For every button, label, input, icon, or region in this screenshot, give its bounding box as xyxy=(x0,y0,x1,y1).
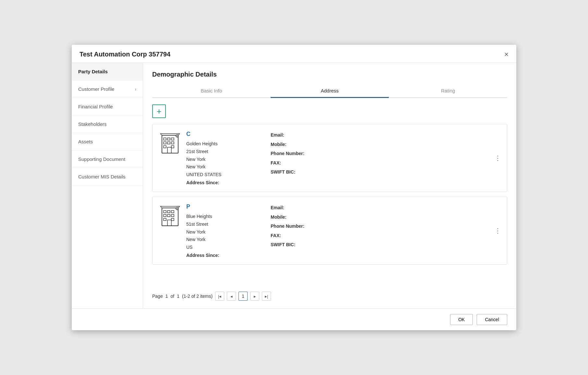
card-address-line4-0: New York xyxy=(186,163,251,171)
sidebar-label-stakeholders: Stakeholders xyxy=(78,121,107,127)
card-address-line1-1: Blue Heights xyxy=(186,213,251,221)
email-label-0: Email: xyxy=(271,132,284,138)
items-info: (1-2 of 2 items) xyxy=(182,294,213,299)
sidebar-label-customer-mis-details: Customer MIS Details xyxy=(78,174,126,179)
kebab-menu-button-0[interactable]: ⋮ xyxy=(495,155,502,161)
fax-row-0: FAX: xyxy=(271,159,304,167)
phone-label-1: Phone Number: xyxy=(271,224,304,229)
card-address-line4-1: New York xyxy=(186,236,251,244)
card-left-1: P Blue Heights 51st Street New York New … xyxy=(186,203,251,258)
modal-title: Test Automation Corp 357794 xyxy=(80,51,170,58)
page-number: 1 xyxy=(165,294,168,299)
swift-row-1: SWIFT BIC: xyxy=(271,240,304,249)
kebab-menu-button-1[interactable]: ⋮ xyxy=(495,227,502,234)
address-since-0: Address Since: xyxy=(186,180,251,185)
section-title: Demographic Details xyxy=(152,71,507,78)
card-content-1: P Blue Heights 51st Street New York New … xyxy=(186,203,499,258)
swift-label-1: SWIFT BIC: xyxy=(271,242,295,247)
building-icon xyxy=(160,132,180,156)
sidebar-label-supporting-document: Supporting Document xyxy=(78,156,125,162)
of-label: of xyxy=(171,294,175,299)
last-page-button[interactable]: ▸| xyxy=(262,292,271,301)
address-card-0: C Golden Heights 21st Street New York Ne… xyxy=(152,124,507,192)
sidebar-item-assets[interactable]: Assets xyxy=(72,133,143,151)
sidebar-item-customer-profile[interactable]: Customer Profile › xyxy=(72,80,143,98)
sidebar-label-assets: Assets xyxy=(78,139,93,144)
phone-row-1: Phone Number: xyxy=(271,222,304,231)
address-since-label-1: Address Since: xyxy=(186,253,219,258)
first-page-button[interactable]: |◂ xyxy=(215,292,224,301)
card-right-1: Email: Mobile: Phone Number: FAX: xyxy=(271,203,304,258)
card-type-0: C xyxy=(186,131,251,138)
content-area: Demographic Details Basic Info Address R… xyxy=(143,63,516,308)
modal-header: Test Automation Corp 357794 × xyxy=(72,45,516,63)
phone-label-0: Phone Number: xyxy=(271,151,304,156)
cancel-button[interactable]: Cancel xyxy=(477,314,507,325)
card-address-line2-1: 51st Street xyxy=(186,221,251,228)
modal-footer: OK Cancel xyxy=(72,308,516,330)
address-card-1: P Blue Heights 51st Street New York New … xyxy=(152,197,507,265)
tab-rating[interactable]: Rating xyxy=(389,84,507,97)
card-address-line1-0: Golden Heights xyxy=(186,140,251,148)
email-label-1: Email: xyxy=(271,205,284,210)
mobile-label-1: Mobile: xyxy=(271,214,287,220)
current-page-indicator: 1 xyxy=(239,292,248,301)
swift-row-0: SWIFT BIC: xyxy=(271,168,304,176)
tabs-container: Basic Info Address Rating xyxy=(152,84,507,98)
total-pages: 1 xyxy=(177,294,179,299)
swift-label-0: SWIFT BIC: xyxy=(271,169,295,175)
fax-label-0: FAX: xyxy=(271,160,281,165)
card-right-0: Email: Mobile: Phone Number: FAX: xyxy=(271,131,304,185)
chevron-right-icon: › xyxy=(135,87,136,92)
sidebar-item-customer-mis-details[interactable]: Customer MIS Details xyxy=(72,168,143,186)
email-row-0: Email: xyxy=(271,131,304,139)
sidebar-label-customer-profile: Customer Profile xyxy=(78,86,115,92)
mobile-row-1: Mobile: xyxy=(271,213,304,222)
card-country-0: UNITED STATES xyxy=(186,171,251,179)
card-type-1: P xyxy=(186,203,251,210)
add-address-button[interactable]: + xyxy=(152,104,166,118)
sidebar-item-supporting-document[interactable]: Supporting Document xyxy=(72,151,143,168)
card-country-1: US xyxy=(186,244,251,251)
card-address-line2-0: 21st Street xyxy=(186,148,251,156)
prev-page-button[interactable]: ◂ xyxy=(227,292,236,301)
sidebar-label-party-details: Party Details xyxy=(78,69,108,74)
sidebar-item-financial-profile[interactable]: Financial Profile xyxy=(72,98,143,115)
fax-label-1: FAX: xyxy=(271,233,281,238)
email-row-1: Email: xyxy=(271,203,304,212)
mobile-row-0: Mobile: xyxy=(271,140,304,149)
ok-button[interactable]: OK xyxy=(450,314,473,325)
modal-body: Party Details Customer Profile › Financi… xyxy=(72,63,516,308)
sidebar-label-financial-profile: Financial Profile xyxy=(78,104,113,109)
next-page-button[interactable]: ▸ xyxy=(250,292,259,301)
page-label: Page xyxy=(152,294,163,299)
address-since-1: Address Since: xyxy=(186,253,251,258)
card-address-line3-1: New York xyxy=(186,228,251,236)
fax-row-1: FAX: xyxy=(271,231,304,240)
mobile-label-0: Mobile: xyxy=(271,142,287,147)
tab-basic-info[interactable]: Basic Info xyxy=(152,84,271,97)
address-since-label-0: Address Since: xyxy=(186,180,219,185)
card-content-0: C Golden Heights 21st Street New York Ne… xyxy=(186,131,499,185)
tab-address[interactable]: Address xyxy=(271,84,389,97)
close-button[interactable]: × xyxy=(504,51,508,58)
card-address-line3-0: New York xyxy=(186,156,251,163)
card-left-0: C Golden Heights 21st Street New York Ne… xyxy=(186,131,251,185)
building-icon-1 xyxy=(160,205,180,229)
pagination: Page 1 of 1 (1-2 of 2 items) |◂ ◂ 1 ▸ ▸| xyxy=(152,282,507,301)
sidebar-item-party-details[interactable]: Party Details xyxy=(72,63,143,80)
sidebar: Party Details Customer Profile › Financi… xyxy=(72,63,143,308)
phone-row-0: Phone Number: xyxy=(271,149,304,158)
sidebar-item-stakeholders[interactable]: Stakeholders xyxy=(72,115,143,133)
modal-container: Test Automation Corp 357794 × Party Deta… xyxy=(72,45,516,330)
